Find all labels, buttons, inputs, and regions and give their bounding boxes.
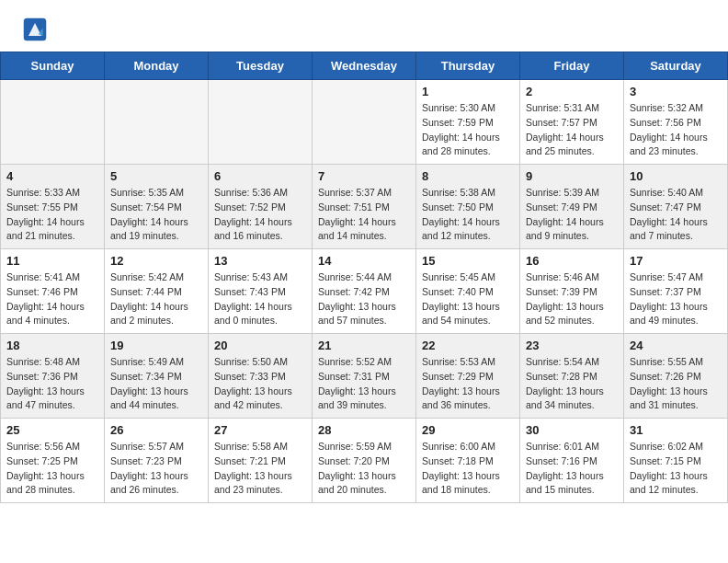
calendar-day-cell: 26Sunrise: 5:57 AM Sunset: 7:23 PM Dayli… [105,419,209,503]
day-number: 18 [6,339,98,352]
calendar-day-cell [313,80,416,165]
calendar-day-cell: 9Sunrise: 5:39 AM Sunset: 7:49 PM Daylig… [520,165,624,249]
calendar-week-row: 18Sunrise: 5:48 AM Sunset: 7:36 PM Dayli… [1,334,728,419]
day-number: 16 [526,254,618,268]
day-number: 24 [630,339,722,352]
calendar-day-cell: 3Sunrise: 5:32 AM Sunset: 7:56 PM Daylig… [624,80,728,165]
day-info: Sunrise: 5:53 AM Sunset: 7:29 PM Dayligh… [422,355,514,413]
calendar-day-cell: 20Sunrise: 5:50 AM Sunset: 7:33 PM Dayli… [209,334,313,419]
calendar-week-row: 11Sunrise: 5:41 AM Sunset: 7:46 PM Dayli… [1,249,728,334]
day-of-week-header: Tuesday [209,52,313,80]
day-info: Sunrise: 5:57 AM Sunset: 7:23 PM Dayligh… [110,440,202,498]
day-number: 9 [526,169,618,183]
calendar-week-row: 25Sunrise: 5:56 AM Sunset: 7:25 PM Dayli… [1,419,728,503]
calendar-day-cell: 14Sunrise: 5:44 AM Sunset: 7:42 PM Dayli… [313,249,416,334]
day-info: Sunrise: 5:54 AM Sunset: 7:28 PM Dayligh… [526,355,618,413]
day-number: 3 [630,85,722,98]
day-number: 28 [318,423,410,437]
calendar-day-cell: 15Sunrise: 5:45 AM Sunset: 7:40 PM Dayli… [416,249,520,334]
day-info: Sunrise: 5:41 AM Sunset: 7:46 PM Dayligh… [6,270,98,328]
day-info: Sunrise: 5:44 AM Sunset: 7:42 PM Dayligh… [318,270,410,328]
day-number: 19 [110,339,202,352]
logo-icon [22,17,48,42]
calendar-day-cell: 30Sunrise: 6:01 AM Sunset: 7:16 PM Dayli… [520,419,624,503]
calendar-day-cell: 24Sunrise: 5:55 AM Sunset: 7:26 PM Dayli… [624,334,728,419]
calendar-day-cell: 29Sunrise: 6:00 AM Sunset: 7:18 PM Dayli… [416,419,520,503]
day-number: 7 [318,169,410,183]
day-info: Sunrise: 5:47 AM Sunset: 7:37 PM Dayligh… [630,270,722,328]
day-number: 27 [214,423,306,437]
day-number: 31 [630,423,722,437]
calendar-day-cell: 2Sunrise: 5:31 AM Sunset: 7:57 PM Daylig… [520,80,624,165]
calendar-day-cell: 6Sunrise: 5:36 AM Sunset: 7:52 PM Daylig… [209,165,313,249]
calendar-day-cell: 18Sunrise: 5:48 AM Sunset: 7:36 PM Dayli… [1,334,105,419]
calendar-day-cell: 28Sunrise: 5:59 AM Sunset: 7:20 PM Dayli… [313,419,416,503]
logo [22,17,51,42]
day-number: 22 [422,339,514,352]
day-info: Sunrise: 5:46 AM Sunset: 7:39 PM Dayligh… [526,270,618,328]
day-info: Sunrise: 5:30 AM Sunset: 7:59 PM Dayligh… [422,101,514,159]
calendar-week-row: 4Sunrise: 5:33 AM Sunset: 7:55 PM Daylig… [1,165,728,249]
day-number: 20 [214,339,306,352]
day-number: 6 [214,169,306,183]
day-of-week-header: Friday [520,52,624,80]
day-number: 1 [422,85,514,98]
day-info: Sunrise: 5:42 AM Sunset: 7:44 PM Dayligh… [110,270,202,328]
day-number: 30 [526,423,618,437]
day-info: Sunrise: 5:58 AM Sunset: 7:21 PM Dayligh… [214,440,306,498]
calendar-table: SundayMondayTuesdayWednesdayThursdayFrid… [0,52,728,503]
day-info: Sunrise: 5:56 AM Sunset: 7:25 PM Dayligh… [6,440,98,498]
calendar-day-cell: 25Sunrise: 5:56 AM Sunset: 7:25 PM Dayli… [1,419,105,503]
day-number: 5 [110,169,202,183]
day-info: Sunrise: 5:38 AM Sunset: 7:50 PM Dayligh… [422,186,514,244]
day-number: 8 [422,169,514,183]
calendar-day-cell: 23Sunrise: 5:54 AM Sunset: 7:28 PM Dayli… [520,334,624,419]
calendar-header-row: SundayMondayTuesdayWednesdayThursdayFrid… [1,52,728,80]
day-number: 21 [318,339,410,352]
calendar-day-cell: 4Sunrise: 5:33 AM Sunset: 7:55 PM Daylig… [1,165,105,249]
day-number: 26 [110,423,202,437]
calendar-day-cell: 10Sunrise: 5:40 AM Sunset: 7:47 PM Dayli… [624,165,728,249]
day-info: Sunrise: 5:52 AM Sunset: 7:31 PM Dayligh… [318,355,410,413]
day-info: Sunrise: 5:31 AM Sunset: 7:57 PM Dayligh… [526,101,618,159]
calendar-day-cell: 27Sunrise: 5:58 AM Sunset: 7:21 PM Dayli… [209,419,313,503]
day-number: 23 [526,339,618,352]
calendar-day-cell: 11Sunrise: 5:41 AM Sunset: 7:46 PM Dayli… [1,249,105,334]
day-number: 4 [6,169,98,183]
calendar-day-cell: 19Sunrise: 5:49 AM Sunset: 7:34 PM Dayli… [105,334,209,419]
day-number: 2 [526,85,618,98]
day-of-week-header: Sunday [1,52,105,80]
calendar-day-cell: 22Sunrise: 5:53 AM Sunset: 7:29 PM Dayli… [416,334,520,419]
calendar-week-row: 1Sunrise: 5:30 AM Sunset: 7:59 PM Daylig… [1,80,728,165]
calendar-day-cell [209,80,313,165]
day-info: Sunrise: 5:48 AM Sunset: 7:36 PM Dayligh… [6,355,98,413]
day-number: 17 [630,254,722,268]
day-number: 11 [6,254,98,268]
calendar-day-cell: 16Sunrise: 5:46 AM Sunset: 7:39 PM Dayli… [520,249,624,334]
day-info: Sunrise: 5:39 AM Sunset: 7:49 PM Dayligh… [526,186,618,244]
day-info: Sunrise: 5:33 AM Sunset: 7:55 PM Dayligh… [6,186,98,244]
day-of-week-header: Wednesday [313,52,416,80]
day-info: Sunrise: 5:32 AM Sunset: 7:56 PM Dayligh… [630,101,722,159]
day-info: Sunrise: 5:35 AM Sunset: 7:54 PM Dayligh… [110,186,202,244]
day-info: Sunrise: 6:02 AM Sunset: 7:15 PM Dayligh… [630,440,722,498]
day-number: 15 [422,254,514,268]
calendar-day-cell: 13Sunrise: 5:43 AM Sunset: 7:43 PM Dayli… [209,249,313,334]
calendar-day-cell: 8Sunrise: 5:38 AM Sunset: 7:50 PM Daylig… [416,165,520,249]
day-info: Sunrise: 5:36 AM Sunset: 7:52 PM Dayligh… [214,186,306,244]
calendar-day-cell: 1Sunrise: 5:30 AM Sunset: 7:59 PM Daylig… [416,80,520,165]
day-info: Sunrise: 5:50 AM Sunset: 7:33 PM Dayligh… [214,355,306,413]
day-number: 29 [422,423,514,437]
day-of-week-header: Monday [105,52,209,80]
calendar-day-cell: 31Sunrise: 6:02 AM Sunset: 7:15 PM Dayli… [624,419,728,503]
day-of-week-header: Thursday [416,52,520,80]
calendar-day-cell: 21Sunrise: 5:52 AM Sunset: 7:31 PM Dayli… [313,334,416,419]
day-info: Sunrise: 5:55 AM Sunset: 7:26 PM Dayligh… [630,355,722,413]
calendar-day-cell: 12Sunrise: 5:42 AM Sunset: 7:44 PM Dayli… [105,249,209,334]
calendar-day-cell: 7Sunrise: 5:37 AM Sunset: 7:51 PM Daylig… [313,165,416,249]
day-number: 12 [110,254,202,268]
day-number: 10 [630,169,722,183]
day-number: 13 [214,254,306,268]
day-number: 14 [318,254,410,268]
calendar-day-cell [105,80,209,165]
